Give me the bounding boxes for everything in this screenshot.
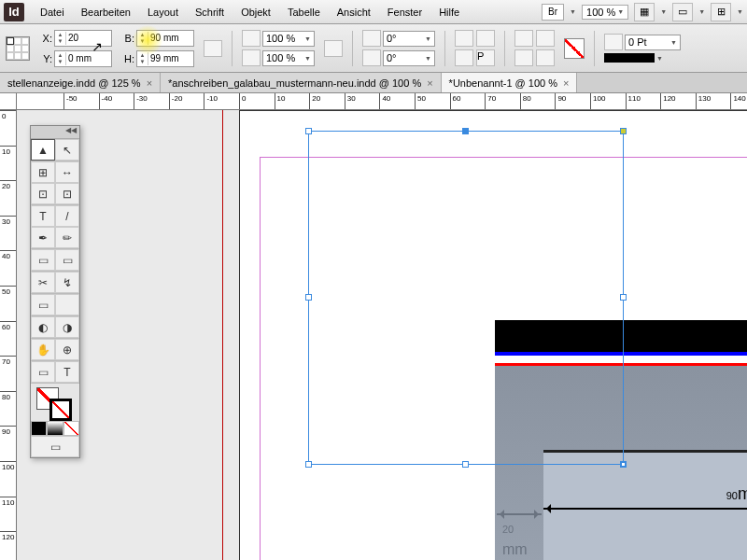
tool-20[interactable]: ▭ [31,361,55,383]
y-field[interactable]: ▲▼ [54,50,112,67]
menu-bearbeiten[interactable]: Bearbeiten [73,7,139,18]
tool-10[interactable]: ▭ [31,249,55,271]
flip-h-icon[interactable] [455,49,473,66]
menu-hilfe[interactable]: Hilfe [430,7,468,18]
apply-color-icon[interactable] [31,421,47,436]
shear-icon [362,49,381,66]
menu-tabelle[interactable]: Tabelle [279,7,329,18]
flip-v-icon[interactable]: P [476,49,495,66]
select-container-icon[interactable] [514,30,533,47]
width-label: B: [121,33,134,44]
control-bar: X: ▲▼ Y: ▲▼ B: ▲▼ H: ▲▼ 100 %▼ 100 %▼ 0°… [0,24,747,73]
height-label: H: [121,53,134,64]
view-mode-icon[interactable]: ▦ [634,3,655,21]
rotate-field[interactable]: 0°▼ [383,31,435,47]
x-field[interactable]: ▲▼ [54,30,112,47]
menu-layout[interactable]: Layout [139,7,187,18]
tab-2[interactable]: *Unbenannt-1 @ 100 %× [442,73,578,92]
x-label: X: [39,33,52,44]
tool-14[interactable]: ▭ [31,294,55,315]
tool-3[interactable]: ↔ [55,161,79,183]
tool-15[interactable] [55,294,79,315]
shear-field[interactable]: 0°▼ [383,50,435,66]
tool-19[interactable]: ⊕ [55,339,79,360]
menu-objekt[interactable]: Objekt [233,7,279,18]
view-mode-toggle[interactable]: ▭ [31,436,79,457]
menu-datei[interactable]: Datei [32,7,73,18]
stroke-style[interactable] [604,53,655,63]
apply-none-icon[interactable] [63,421,79,436]
dimension-90-label: 90mm [726,478,747,506]
document-tabs: stellenanzeige.indd @ 125 %× *anschreibe… [0,73,747,93]
vertical-ruler[interactable]: 0102030405060708090100110120 [0,110,17,560]
tools-panel: ◀◀ ▲↖⊞↔⊡⊡T/✒✏▭▭✂↯▭◐◑✋⊕▭T▭ [30,125,80,458]
select-content-icon[interactable] [536,30,555,47]
menu-fenster[interactable]: Fenster [379,7,430,18]
tool-17[interactable]: ◑ [55,316,79,338]
y-label: Y: [39,53,52,64]
constrain-icon[interactable] [204,40,222,57]
ruler-origin[interactable] [0,93,17,110]
rotate-cw-icon[interactable] [455,30,473,47]
tool-1[interactable]: ↖ [55,139,79,161]
tool-11[interactable]: ▭ [55,249,79,271]
screen-mode-icon[interactable]: ▭ [672,3,693,21]
link-scale-icon[interactable] [324,40,343,57]
horizontal-ruler[interactable]: -50-40-30-20-100102030405060708090100110… [17,93,747,110]
arrange-icon[interactable]: ⊞ [711,3,731,21]
select-next-icon[interactable] [536,49,555,66]
tool-16[interactable]: ◐ [31,316,55,338]
tool-7[interactable]: / [55,205,79,227]
dimension-20-label: 20mm [502,517,528,559]
close-icon[interactable]: × [427,77,432,89]
menu-schrift[interactable]: Schrift [187,7,233,18]
scale-y-icon [242,49,261,66]
height-field[interactable]: ▲▼ [136,50,194,67]
tool-8[interactable]: ✒ [31,227,55,248]
app-icon: Id [4,3,24,21]
bridge-button[interactable]: Br [542,4,564,21]
scale-x-field[interactable]: 100 %▼ [262,31,315,47]
panel-collapse-icon[interactable]: ◀◀ [31,126,79,139]
close-icon[interactable]: × [147,77,152,89]
tool-2[interactable]: ⊞ [31,161,55,183]
apply-gradient-icon[interactable] [47,421,63,436]
stroke-weight-field[interactable]: 0 Pt▼ [625,35,681,50]
dimension-20-arrow [497,513,542,515]
tab-1[interactable]: *anschreiben_galabau_mustermann-neu.indd… [161,73,442,92]
chevron-down-icon: ▼ [570,8,576,15]
tool-0[interactable]: ▲ [31,139,55,161]
scale-y-field[interactable]: 100 %▼ [262,50,315,66]
stroke-color-swatch[interactable] [49,399,72,421]
tool-21[interactable]: T [55,361,79,383]
menu-ansicht[interactable]: Ansicht [329,7,379,18]
fill-swatch[interactable] [564,38,585,59]
dimension-90-arrow [543,508,747,510]
close-icon[interactable]: × [563,77,569,89]
tool-5[interactable]: ⊡ [55,183,79,204]
stroke-weight-icon [604,34,623,50]
width-field[interactable]: ▲▼ [136,30,194,47]
tool-13[interactable]: ↯ [55,272,79,293]
scale-x-icon [242,30,261,47]
tool-9[interactable]: ✏ [55,227,79,248]
zoom-dropdown[interactable]: 100 %▼ [582,5,628,20]
reference-point-grid[interactable] [6,36,30,61]
tool-12[interactable]: ✂ [31,272,55,293]
tab-0[interactable]: stellenanzeige.indd @ 125 %× [0,73,161,92]
tool-18[interactable]: ✋ [31,339,55,360]
tool-4[interactable]: ⊡ [31,183,55,204]
rotate-ccw-icon[interactable] [476,30,495,47]
selection-frame[interactable] [308,131,624,465]
canvas[interactable]: 90mm 20mm [17,110,747,560]
tool-6[interactable]: T [31,205,55,227]
select-prev-icon[interactable] [514,49,533,66]
menu-bar: Id Datei Bearbeiten Layout Schrift Objek… [0,0,747,24]
rotate-icon [362,30,381,47]
